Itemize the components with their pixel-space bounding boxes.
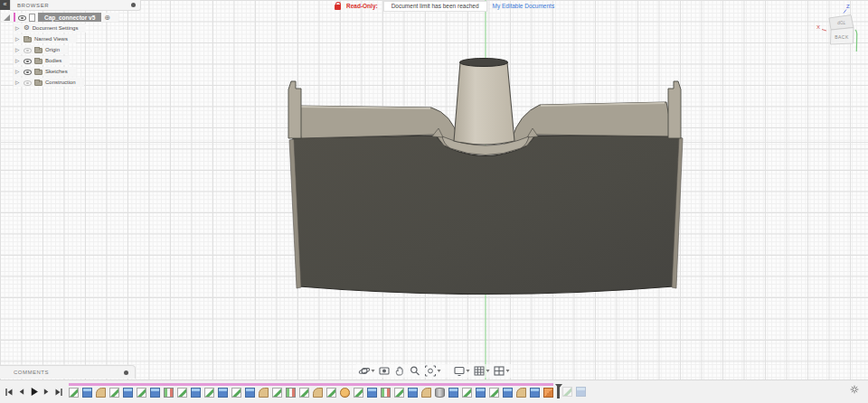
timeline-feature-combine[interactable] — [543, 388, 553, 398]
timeline-feature-sketch[interactable] — [462, 388, 472, 398]
model-cone-spout[interactable] — [454, 62, 514, 145]
expand-arrow-icon[interactable]: ▷ — [15, 47, 21, 52]
timeline-feature-extrude[interactable] — [245, 388, 255, 398]
browser-item-origin[interactable]: ▷ Origin — [14, 45, 68, 54]
fit-icon[interactable] — [425, 365, 441, 377]
timeline-feature-sketch[interactable] — [326, 388, 336, 398]
comments-panel[interactable]: COMMENTS — [0, 365, 136, 379]
browser-root-item[interactable]: Cap_connector v5 ⊕ — [2, 13, 118, 22]
timeline-feature-extrude[interactable] — [218, 388, 228, 398]
visibility-eye-icon[interactable] — [18, 14, 26, 21]
timeline-feature-fillet[interactable] — [516, 388, 526, 398]
timeline-feature-sketch[interactable] — [489, 388, 499, 398]
expand-arrow-icon[interactable]: ▷ — [15, 25, 21, 31]
model-flange-right[interactable] — [668, 81, 681, 138]
browser-item-bodies[interactable]: ▷ Bodies — [14, 56, 70, 65]
visibility-eye-icon[interactable] — [24, 68, 32, 75]
timeline-feature-extrude[interactable] — [191, 388, 201, 398]
zoom-icon[interactable] — [410, 365, 421, 377]
expand-arrow-icon[interactable]: ▷ — [15, 36, 21, 42]
step-forward-button[interactable] — [42, 388, 51, 396]
timeline-feature-fillet[interactable] — [259, 388, 269, 398]
look-at-icon[interactable] — [379, 365, 391, 377]
expand-arrow-icon[interactable]: ▷ — [15, 69, 21, 74]
step-back-button[interactable] — [17, 388, 25, 396]
folder-icon — [34, 48, 42, 53]
cone-top-opening[interactable] — [460, 59, 508, 67]
browser-item-named-views[interactable]: ▷ Named Views — [14, 34, 76, 43]
browser-item-construction[interactable]: ▷ Construction — [14, 78, 84, 87]
chevron-down-icon[interactable] — [372, 370, 375, 372]
timeline-feature-sketch[interactable] — [69, 388, 79, 398]
play-button[interactable] — [29, 387, 39, 397]
editable-documents-link[interactable]: My Editable Documents — [493, 3, 555, 9]
visibility-eye-icon[interactable] — [24, 79, 32, 86]
timeline-feature-sketch[interactable] — [109, 388, 119, 398]
browser-item-document-settings[interactable]: ▷ ⚙ Document Settings — [14, 23, 86, 33]
chevron-down-icon[interactable] — [486, 370, 490, 372]
pan-icon[interactable] — [394, 365, 406, 377]
timeline-feature-sketch[interactable] — [299, 388, 309, 398]
timeline-feature-fillet[interactable] — [96, 388, 106, 398]
viewport-canvas[interactable]: TOP BACK Z X — [0, 0, 868, 403]
chevron-down-icon[interactable] — [467, 370, 470, 372]
timeline-feature-extrude[interactable] — [408, 388, 418, 398]
grid-and-snaps-icon[interactable] — [474, 365, 490, 377]
browser-item-label: Sketches — [45, 69, 68, 74]
timeline-feature-extrude[interactable] — [123, 388, 133, 398]
active-document-marker — [14, 13, 15, 22]
timeline-feature-mirror[interactable] — [286, 388, 296, 398]
timeline-feature-sketch[interactable] — [137, 388, 146, 398]
timeline-feature-sketch[interactable] — [272, 388, 282, 398]
expand-arrow-icon[interactable]: ▷ — [15, 58, 21, 63]
timeline-feature-sketch[interactable] — [204, 388, 214, 398]
browser-panel-header[interactable]: BROWSER — [10, 0, 141, 11]
timeline-feature-mirror[interactable] — [381, 388, 391, 398]
timeline-feature-extrude[interactable] — [150, 388, 160, 398]
timeline-feature-hole[interactable] — [435, 388, 445, 398]
timeline-feature-sketch[interactable] — [354, 388, 363, 398]
timeline-feature-fillet[interactable] — [313, 388, 323, 398]
timeline-feature-extrude[interactable] — [448, 388, 458, 398]
viewcube-front-label: BACK — [835, 34, 849, 40]
timeline-feature-fillet[interactable] — [421, 388, 431, 398]
timeline-feature-sketch[interactable] — [231, 388, 241, 398]
go-to-end-button[interactable] — [54, 388, 63, 397]
timeline-feature-extrude[interactable] — [576, 387, 586, 397]
go-to-start-button[interactable] — [5, 388, 14, 397]
timeline-feature-sketch[interactable] — [177, 388, 187, 398]
panel-collapse-button[interactable]: « — [0, 0, 10, 10]
timeline-feature-sketch[interactable] — [394, 388, 404, 398]
folder-icon — [24, 37, 32, 42]
timeline-feature-extrude[interactable] — [503, 388, 513, 398]
timeline-feature-sketch[interactable] — [562, 387, 572, 397]
visibility-eye-icon[interactable] — [24, 46, 32, 53]
chevron-down-icon[interactable] — [506, 370, 510, 372]
expand-arrow-icon[interactable]: ▷ — [15, 80, 21, 85]
browser-item-sketches[interactable]: ▷ Sketches — [14, 67, 76, 76]
readonly-message: Document limit has been reached — [383, 1, 487, 12]
orbit-icon[interactable] — [359, 365, 375, 377]
viewcube-top-label: TOP — [837, 20, 845, 24]
display-settings-icon[interactable] — [454, 365, 470, 377]
comments-indicator-icon[interactable] — [124, 370, 128, 375]
viewports-icon[interactable] — [494, 365, 510, 377]
viewcube[interactable]: TOP BACK Z X — [816, 4, 857, 52]
timeline-feature-extrude[interactable] — [82, 388, 92, 398]
resize-grip-icon[interactable] — [4, 14, 10, 21]
visibility-eye-icon[interactable] — [24, 57, 32, 64]
add-icon[interactable]: ⊕ — [104, 14, 110, 22]
model-body-dark[interactable] — [293, 136, 680, 295]
timeline-feature-extrude[interactable] — [530, 388, 540, 398]
chevron-down-icon[interactable] — [438, 370, 441, 372]
model-flange-left[interactable] — [288, 81, 301, 138]
timeline-feature-extrude[interactable] — [367, 388, 377, 398]
timeline-feature-revolve[interactable] — [340, 388, 350, 398]
browser-settings-icon[interactable] — [131, 3, 136, 7]
timeline-playhead[interactable] — [557, 385, 560, 398]
timeline-feature-extrude[interactable] — [476, 388, 486, 398]
browser-item-label: Bodies — [45, 58, 61, 63]
root-document-label[interactable]: Cap_connector v5 — [38, 13, 101, 22]
timeline-feature-mirror[interactable] — [164, 388, 174, 398]
timeline-settings-gear-icon[interactable] — [850, 381, 859, 398]
